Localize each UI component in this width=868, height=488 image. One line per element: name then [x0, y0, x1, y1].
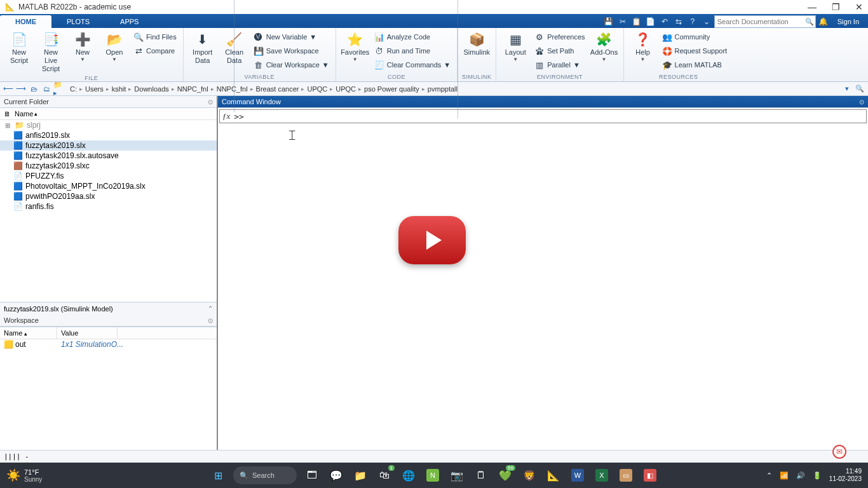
app-icon[interactable]: N [424, 466, 442, 484]
qat-switch-icon[interactable]: ⇆ [672, 15, 685, 28]
minimize-button[interactable]: — [808, 2, 817, 12]
run-and-time-button[interactable]: ⏱Run and Time [372, 44, 453, 57]
nav-forward-button[interactable]: ⟶ [15, 83, 27, 95]
preferences-button[interactable]: ⚙Preferences [532, 30, 587, 43]
excel-icon[interactable]: X [593, 466, 611, 484]
save-workspace-button[interactable]: 💾Save Workspace [251, 44, 332, 57]
clear-commands-button[interactable]: 🧾Clear Commands ▼ [372, 58, 453, 71]
command-input[interactable] [244, 112, 864, 121]
search-icon[interactable]: 🔍 [805, 18, 814, 26]
new-button[interactable]: ➕New▼ [67, 29, 98, 63]
matlab-taskbar-icon[interactable]: 📐 [545, 466, 562, 484]
qat-cut-icon[interactable]: ✂ [616, 15, 629, 28]
collapse-icon[interactable]: ⊙ [208, 317, 213, 324]
current-folder-header[interactable]: Current Folder ⊙ [0, 96, 217, 108]
crumb-8[interactable]: UPQC [334, 85, 357, 93]
app4-icon[interactable]: ◧ [641, 466, 659, 484]
search-input[interactable] [717, 18, 805, 25]
instagram-icon[interactable]: 📷 [448, 466, 466, 484]
brave-icon[interactable]: 🦁 [520, 466, 538, 484]
crumb-9[interactable]: pso Power quality [363, 85, 421, 93]
fx-icon[interactable]: ƒx [222, 111, 230, 121]
parallel-button[interactable]: ▥Parallel ▼ [532, 58, 587, 71]
layout-button[interactable]: ▦Layout▼ [500, 29, 531, 63]
crumb-1[interactable]: Users [84, 85, 105, 93]
taskview-icon[interactable]: 🗔 [303, 466, 321, 484]
workspace-row[interactable]: 🟨out 1x1 SimulationO... [0, 339, 217, 349]
signin-button[interactable]: Sign In [831, 18, 865, 25]
taskbar-search[interactable]: 🔍Search [233, 466, 297, 484]
file-row[interactable]: 🟦Photovoltaic_MPPT_InCo2019a.slx [0, 181, 217, 191]
qat-paste-icon[interactable]: 📄 [644, 15, 657, 28]
collapse-icon[interactable]: ⊙ [859, 98, 864, 105]
nav-back-button[interactable]: ⟵ [3, 83, 14, 95]
notification-icon[interactable]: 🔔 [817, 15, 830, 28]
path-dropdown-icon[interactable]: ▾ [841, 83, 853, 95]
command-window-header[interactable]: Command Window ⊙ [218, 96, 868, 108]
analyze-code-button[interactable]: 📊Analyze Code [372, 30, 453, 43]
tray-expand-icon[interactable]: ⌃ [766, 471, 772, 480]
qat-undo-icon[interactable]: ↶ [658, 15, 671, 28]
crumb-7[interactable]: UPQC [306, 85, 329, 93]
whatsapp-icon[interactable]: 💚59 [496, 466, 514, 484]
learn-matlab-button[interactable]: 🎓Learn MATLAB [660, 58, 730, 71]
compare-button[interactable]: ⇄Compare [131, 44, 179, 57]
favorites-button[interactable]: ⭐Favorites▼ [340, 29, 370, 63]
set-path-button[interactable]: 🛣Set Path [532, 44, 587, 57]
nav-up-icon[interactable]: 🗁 [28, 83, 39, 95]
store-icon[interactable]: 🛍1 [376, 466, 393, 484]
start-button[interactable]: ⊞ [209, 466, 227, 484]
crumb-5[interactable]: NNPC_fnl [215, 85, 249, 93]
new-variable-button[interactable]: 🅥New Variable ▼ [251, 30, 332, 43]
nav-folders-icon[interactable]: 🗂 [41, 83, 52, 95]
simulink-button[interactable]: 📦Simulink [461, 29, 492, 57]
crumb-0[interactable]: C: [69, 85, 78, 93]
file-row[interactable]: 🟦fuzzytask2019.slx.autosave [0, 151, 217, 161]
file-row[interactable]: 🟦anfis2019.slx [0, 130, 217, 140]
wifi-icon[interactable]: 📶 [780, 471, 789, 480]
crumb-3[interactable]: Downloads [133, 85, 170, 93]
tab-plots[interactable]: PLOTS [51, 15, 105, 28]
ws-value-header[interactable]: Value [57, 327, 118, 339]
addons-button[interactable]: 🧩Add-Ons▼ [589, 29, 620, 63]
app3-icon[interactable]: ▭ [617, 466, 635, 484]
tab-apps[interactable]: APPS [105, 15, 154, 28]
youtube-play-button[interactable] [398, 216, 466, 264]
expand-icon[interactable]: ⊞ [4, 122, 11, 129]
file-row[interactable]: 📄ranfis.fis [0, 201, 217, 212]
crumb-2[interactable]: kshit [111, 85, 128, 93]
new-livescript-button[interactable]: 📑New Live Script [36, 29, 66, 74]
file-row-selected[interactable]: 🟦fuzzytask2019.slx [0, 140, 217, 151]
name-column-header[interactable]: Name [15, 110, 33, 118]
expand-details-icon[interactable]: ⌃ [208, 305, 213, 312]
mail-notification-icon[interactable]: ✉ [832, 445, 846, 459]
path-search-icon[interactable]: 🔍 [854, 83, 865, 95]
close-button[interactable]: ✕ [855, 2, 863, 12]
file-row-folder[interactable]: ⊞📁slprj [0, 120, 217, 130]
crumb-4[interactable]: NNPC_fnl [176, 85, 210, 93]
command-input-row[interactable]: ƒx >> [219, 109, 867, 123]
maximize-button[interactable]: ❐ [832, 2, 840, 12]
nav-browse-icon[interactable]: 📁 ▸ [53, 83, 65, 95]
clear-workspace-button[interactable]: 🗑Clear Workspace ▼ [251, 58, 332, 71]
taskbar-clock[interactable]: 11:49 11-02-2023 [829, 468, 862, 483]
ws-name-header[interactable]: Name ▴ [0, 327, 57, 339]
crumb-10[interactable]: pvmpptall [426, 85, 459, 93]
file-row[interactable]: 📄PFUZZY.fis [0, 171, 217, 181]
word-icon[interactable]: W [569, 466, 587, 484]
qat-more-icon[interactable]: ⌄ [700, 15, 713, 28]
collapse-icon[interactable]: ⊙ [208, 98, 213, 105]
request-support-button[interactable]: 🛟Request Support [660, 44, 730, 57]
explorer-icon[interactable]: 📁 [351, 466, 369, 484]
weather-widget[interactable]: ☀️ 71°F Sunny [6, 468, 42, 483]
find-files-button[interactable]: 🔍Find Files [131, 30, 179, 43]
import-data-button[interactable]: ⬇Import Data [187, 29, 218, 65]
qat-help-icon[interactable]: ? [686, 15, 699, 28]
open-button[interactable]: 📂Open▼ [99, 29, 130, 63]
file-row[interactable]: 🟫fuzzytask2019.slxc [0, 161, 217, 171]
edge-icon[interactable]: 🌐 [400, 466, 417, 484]
file-list-header[interactable]: 🗎 Name ▴ [0, 108, 217, 120]
details-panel[interactable]: fuzzytask2019.slx (Simulink Model) ⌃ [0, 302, 217, 315]
qat-copy-icon[interactable]: 📋 [630, 15, 643, 28]
community-button[interactable]: 👥Community [660, 30, 730, 43]
